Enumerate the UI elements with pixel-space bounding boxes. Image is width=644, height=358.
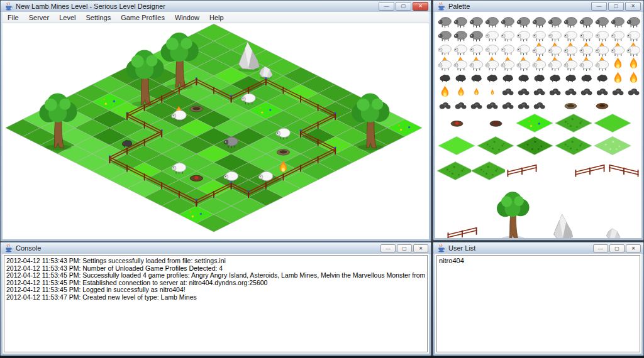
sheep-gray-sprite[interactable]	[485, 16, 499, 28]
sheep-burning-sprite[interactable]	[438, 57, 452, 71]
main-titlebar[interactable]: New Lamb Mines Level - Serious Level Des…	[1, 1, 431, 12]
sheep-burning-sprite[interactable]	[595, 57, 609, 71]
tile-flower-sprite[interactable]	[516, 114, 553, 133]
maximize-button[interactable]: ▢	[609, 244, 625, 252]
sheep-burnt-sprite[interactable]	[501, 73, 514, 82]
mine-brown-sprite[interactable]	[595, 102, 609, 109]
sheep-white-sprite[interactable]	[548, 30, 562, 41]
flame-big-sprite[interactable]	[629, 72, 638, 85]
smoke-sprite[interactable]	[580, 87, 593, 96]
tree-sprite[interactable]	[489, 188, 536, 238]
smoke-sprite[interactable]	[517, 87, 530, 96]
smoke-sprite[interactable]	[470, 101, 483, 110]
tile-dark-sprite[interactable]	[516, 136, 553, 155]
menu-settings[interactable]: Settings	[80, 13, 116, 23]
sheep-burning-sprite[interactable]	[626, 42, 641, 57]
sheep-white-sprite[interactable]	[595, 30, 609, 41]
sheep-gray-sprite[interactable]	[579, 16, 594, 28]
sheep-white-sprite[interactable]	[485, 30, 499, 41]
sheep-white-sprite[interactable]	[611, 30, 625, 41]
console-log[interactable]: 2012-04-12 11:53:43 PM: Settings success…	[4, 255, 428, 352]
smoke-sprite[interactable]	[454, 101, 467, 110]
sheep-burning-sprite[interactable]	[548, 57, 562, 71]
tile-tex-sprite[interactable]	[437, 161, 471, 180]
sheep-burnt-sprite[interactable]	[486, 73, 499, 82]
sheep-white-sprite[interactable]	[579, 30, 594, 41]
sheep-gray-sprite[interactable]	[626, 16, 641, 28]
smoke-sprite[interactable]	[611, 87, 625, 96]
sheep-gray-sprite[interactable]	[453, 30, 468, 41]
close-button[interactable]: ✕	[625, 2, 641, 11]
rock-big-sprite[interactable]	[550, 213, 575, 238]
sheep-burnt-sprite[interactable]	[596, 73, 609, 82]
sheep-burning-sprite[interactable]	[564, 42, 578, 57]
rock-small-sprite[interactable]	[605, 227, 621, 238]
sheep-burning-sprite[interactable]	[595, 42, 609, 57]
sheep-white-sprite[interactable]	[516, 43, 531, 55]
sheep-burning-sprite[interactable]	[469, 57, 484, 71]
sheep-burning-sprite[interactable]	[564, 57, 578, 71]
sheep-gray-sprite[interactable]	[438, 30, 452, 41]
smoke-sprite[interactable]	[596, 87, 609, 96]
sheep-gray-sprite[interactable]	[469, 16, 484, 28]
sheep-burning-sprite[interactable]	[453, 57, 468, 71]
smoke-sprite[interactable]	[501, 87, 514, 96]
tile-tex-sprite[interactable]	[555, 136, 592, 155]
map-mine-hole[interactable]	[277, 149, 289, 155]
user-list-titlebar[interactable]: User List — ▢ ✕	[433, 242, 643, 254]
sheep-burning-sprite[interactable]	[611, 42, 625, 57]
sheep-gray-sprite[interactable]	[453, 16, 468, 28]
sheep-burnt-sprite[interactable]	[517, 73, 530, 82]
console-titlebar[interactable]: Console — ▢ ✕	[1, 242, 431, 254]
sheep-burning-sprite[interactable]	[579, 42, 594, 57]
menu-help[interactable]: Help	[204, 13, 229, 23]
palette-titlebar[interactable]: Palette — ▢ ✕	[433, 1, 643, 12]
sheep-gray-sprite[interactable]	[564, 16, 578, 28]
smoke-sprite[interactable]	[501, 101, 514, 110]
sheep-burning-sprite[interactable]	[579, 57, 594, 71]
close-button[interactable]: ✕	[413, 2, 428, 11]
sheep-gray-sprite[interactable]	[595, 16, 609, 28]
sheep-gray-sprite[interactable]	[548, 16, 562, 28]
menu-file[interactable]: File	[3, 13, 24, 23]
menu-game-profiles[interactable]: Game Profiles	[116, 13, 170, 23]
sheep-burnt-sprite[interactable]	[533, 73, 546, 82]
user-list-item[interactable]: nitro404	[437, 256, 640, 264]
flame-small-sprite[interactable]	[474, 88, 479, 96]
sheep-white-sprite[interactable]	[453, 43, 468, 55]
sheep-white-sprite[interactable]	[438, 43, 452, 55]
smoke-sprite[interactable]	[533, 87, 546, 96]
smoke-sprite[interactable]	[548, 87, 562, 96]
sheep-burning-sprite[interactable]	[548, 42, 562, 57]
sheep-burnt-sprite[interactable]	[438, 73, 452, 82]
fence-ne-sprite[interactable]	[446, 225, 479, 238]
maximize-button[interactable]: ▢	[396, 2, 411, 11]
sheep-gray-sprite[interactable]	[532, 16, 547, 28]
sheep-gray-sprite[interactable]	[516, 16, 531, 28]
sheep-white-sprite[interactable]	[626, 30, 641, 41]
mine-hole-sprite[interactable]	[564, 102, 578, 109]
menu-level[interactable]: Level	[54, 13, 80, 23]
sheep-white-sprite[interactable]	[516, 30, 531, 41]
sheep-gray-sprite[interactable]	[438, 16, 452, 28]
sheep-burning-sprite[interactable]	[532, 57, 547, 71]
smoke-sprite[interactable]	[438, 101, 452, 110]
level-map[interactable]	[3, 23, 429, 239]
smoke-sprite[interactable]	[517, 101, 530, 110]
sheep-burning-sprite[interactable]	[516, 57, 531, 71]
tile-pale-sprite[interactable]	[594, 136, 631, 155]
sheep-gray-sprite[interactable]	[611, 16, 625, 28]
sheep-burnt-sprite[interactable]	[548, 73, 562, 82]
flame-big-sprite[interactable]	[613, 57, 623, 70]
fence-nw-sprite[interactable]	[608, 163, 640, 179]
fence-ne-sprite[interactable]	[574, 163, 606, 179]
sheep-burning-sprite[interactable]	[485, 57, 499, 71]
map-mine-red[interactable]	[190, 175, 203, 181]
sheep-white-sprite[interactable]	[485, 43, 499, 55]
sheep-white-sprite[interactable]	[469, 43, 484, 55]
sheep-burnt-sprite[interactable]	[470, 73, 483, 82]
level-canvas[interactable]	[3, 23, 429, 239]
sheep-gray-sprite[interactable]	[469, 30, 484, 41]
tile-smooth-sprite[interactable]	[594, 114, 631, 133]
flame-drop-sprite[interactable]	[491, 89, 494, 95]
